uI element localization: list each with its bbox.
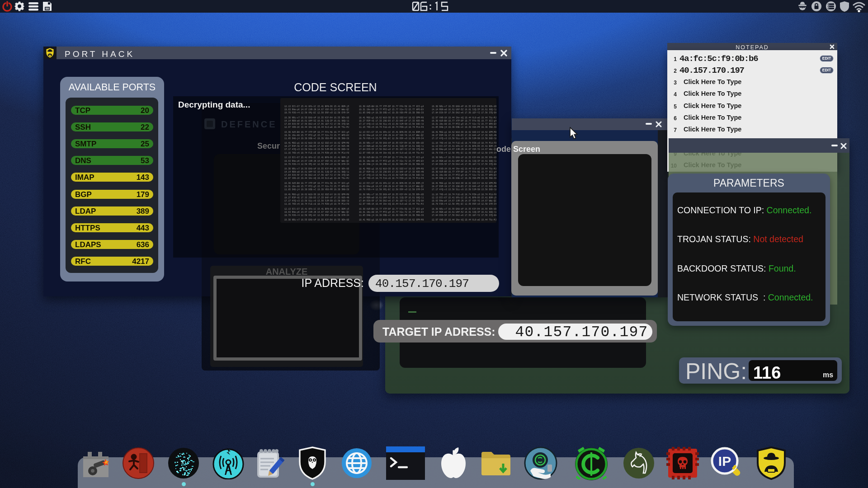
svg-text:IP: IP bbox=[718, 454, 731, 469]
